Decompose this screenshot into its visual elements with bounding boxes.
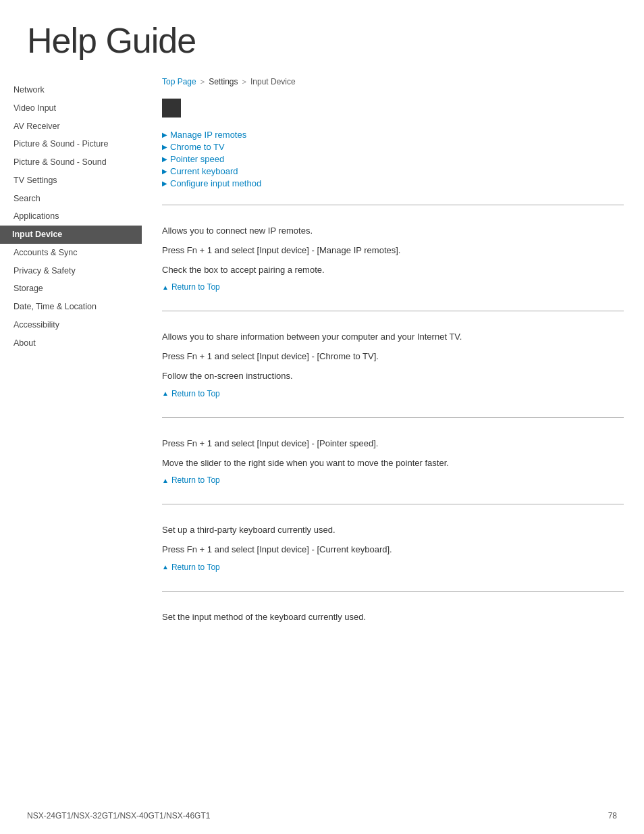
toc-item: ▶Manage IP remotes [162,130,624,140]
section-paragraph: Check the box to accept pairing a remote… [162,263,624,278]
toc-arrow-icon: ▶ [162,180,167,187]
section-current-keyboard: Set up a third-party keyboard currently … [162,517,624,579]
toc-arrow-icon: ▶ [162,167,167,175]
toc-link[interactable]: Configure input method [170,178,261,188]
sidebar-item-date,-time---location[interactable]: Date, Time & Location [0,298,142,316]
sidebar-item-input-device[interactable]: Input Device [0,226,142,244]
section-chrome-to-tv: Allows you to share information between … [162,323,624,405]
page-header: Help Guide [0,0,644,74]
sidebar-item-accessibility[interactable]: Accessibility [0,316,142,334]
footer-model: NSX-24GT1/NSX-32GT1/NSX-40GT1/NSX-46GT1 [27,811,210,820]
toc-item: ▶Current keyboard [162,166,624,176]
return-to-top-link[interactable]: ▲Return to Top [162,282,624,292]
breadcrumb-settings: Settings [209,77,238,86]
breadcrumb-toppage[interactable]: Top Page [162,77,196,86]
section-divider [162,417,624,418]
return-to-top-link[interactable]: ▲Return to Top [162,563,624,572]
return-top-label: Return to Top [171,389,220,398]
main-content: Top Page > Settings > Input Device ▶Mana… [142,74,644,637]
sidebar-item-applications[interactable]: Applications [0,207,142,226]
section-paragraph: Allows you to connect new IP remotes. [162,224,624,238]
section-paragraph: Follow the on-screen instructions. [162,369,624,384]
section-paragraph: Press Fn + 1 and select [Input device] -… [162,350,624,364]
section-paragraph: Set up a third-party keyboard currently … [162,523,624,538]
main-layout: NetworkVideo InputAV ReceiverPicture & S… [0,74,644,677]
toc-item: ▶Pointer speed [162,154,624,164]
page-icon [162,99,181,118]
section-paragraph: Press Fn + 1 and select [Input device] -… [162,543,624,557]
toc-list: ▶Manage IP remotes▶Chrome to TV▶Pointer … [162,130,624,188]
section-body: Set the input method of the keyboard cur… [162,604,624,637]
toc-arrow-icon: ▶ [162,143,167,151]
section-divider [162,504,624,504]
return-to-top-link[interactable]: ▲Return to Top [162,475,624,485]
sidebar-item-search[interactable]: Search [0,190,142,208]
section-divider [162,591,624,592]
sidebar-item-storage[interactable]: Storage [0,280,142,298]
toc-link[interactable]: Manage IP remotes [170,130,246,140]
toc-link[interactable]: Current keyboard [170,166,238,176]
sidebar-item-picture---sound---picture[interactable]: Picture & Sound - Picture [0,135,142,153]
section-paragraph: Move the slider to the right side when y… [162,457,624,471]
section-paragraph: Press Fn + 1 and select [Input device] -… [162,244,624,258]
sidebar-item-privacy---safety[interactable]: Privacy & Safety [0,262,142,280]
sidebar-item-accounts---sync[interactable]: Accounts & Sync [0,244,142,262]
return-top-label: Return to Top [171,475,220,485]
section-body: Allows you to share information between … [162,323,624,405]
breadcrumb-current: Input Device [250,77,296,86]
return-to-top-link[interactable]: ▲Return to Top [162,389,624,398]
sidebar-item-about[interactable]: About [0,334,142,353]
toc-link[interactable]: Pointer speed [170,154,224,164]
toc-arrow-icon: ▶ [162,131,167,138]
section-paragraph: Allows you to share information between … [162,330,624,344]
sidebar-item-network[interactable]: Network [0,81,142,99]
return-top-icon: ▲ [162,284,169,291]
toc-item: ▶Configure input method [162,178,624,188]
sidebar-item-video-input[interactable]: Video Input [0,99,142,118]
section-paragraph: Set the input method of the keyboard cur… [162,610,624,625]
toc-arrow-icon: ▶ [162,155,167,163]
section-body: Allows you to connect new IP remotes.Pre… [162,217,624,298]
sidebar-nav: NetworkVideo InputAV ReceiverPicture & S… [0,81,142,352]
section-body: Press Fn + 1 and select [Input device] -… [162,430,624,492]
sidebar-item-tv-settings[interactable]: TV Settings [0,172,142,190]
page-footer: NSX-24GT1/NSX-32GT1/NSX-40GT1/NSX-46GT1 … [27,811,617,820]
sidebar-item-av-receiver[interactable]: AV Receiver [0,118,142,136]
return-top-icon: ▲ [162,477,169,484]
toc-link[interactable]: Chrome to TV [170,142,225,152]
section-configure-input-method: Set the input method of the keyboard cur… [162,604,624,637]
footer-page: 78 [608,811,617,820]
section-divider [162,311,624,311]
sidebar: NetworkVideo InputAV ReceiverPicture & S… [0,74,142,637]
toc-item: ▶Chrome to TV [162,142,624,152]
breadcrumb-sep-1: > [200,78,205,86]
sidebar-item-picture---sound---sound[interactable]: Picture & Sound - Sound [0,153,142,172]
return-top-icon: ▲ [162,563,169,571]
page-title: Help Guide [27,20,617,61]
breadcrumb: Top Page > Settings > Input Device [162,77,624,86]
breadcrumb-sep-2: > [242,78,246,86]
return-top-icon: ▲ [162,390,169,397]
return-top-label: Return to Top [171,282,220,292]
return-top-label: Return to Top [171,563,220,572]
section-divider [162,205,624,205]
sections-container: Allows you to connect new IP remotes.Pre… [162,205,624,637]
section-manage-ip-remotes: Allows you to connect new IP remotes.Pre… [162,217,624,298]
section-pointer-speed: Press Fn + 1 and select [Input device] -… [162,430,624,492]
section-paragraph: Press Fn + 1 and select [Input device] -… [162,437,624,451]
section-body: Set up a third-party keyboard currently … [162,517,624,579]
